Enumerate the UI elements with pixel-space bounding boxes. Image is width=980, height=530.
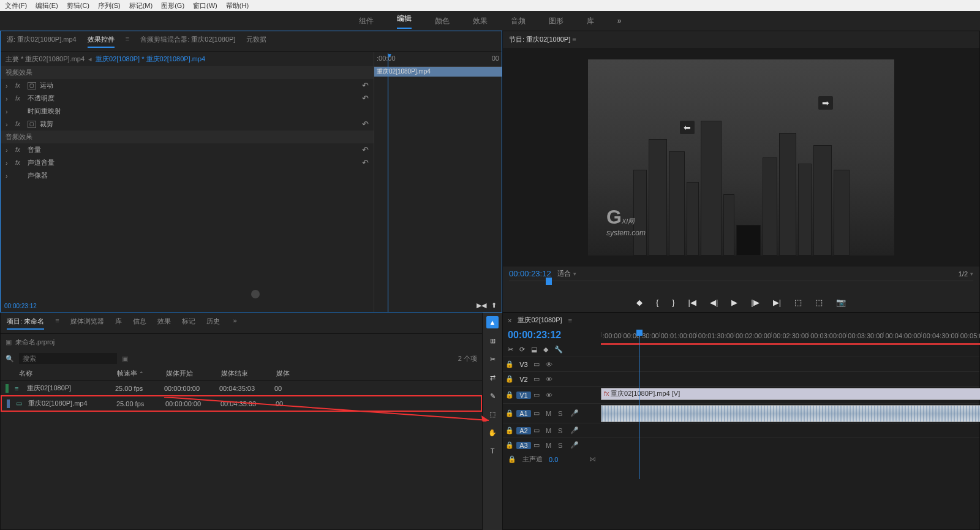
toggle-output-icon[interactable]: ▭ [533, 360, 543, 368]
wrench-icon[interactable]: 🔧 [554, 346, 563, 354]
video-clip[interactable]: fx 重庆02[1080P].mp4 [V] [601, 388, 980, 400]
ws-tab-effects[interactable]: 效果 [473, 16, 488, 26]
toggle-output-icon[interactable]: ▭ [533, 426, 543, 434]
mute-icon[interactable]: M [546, 410, 556, 417]
export-frame-icon[interactable]: 📷 [836, 298, 846, 307]
lock-icon[interactable]: 🔒 [505, 426, 514, 434]
track-v1-content[interactable]: fx 重庆02[1080P].mp4 [V] [601, 386, 979, 403]
track-label[interactable]: V1 [516, 392, 531, 399]
track-head-a3[interactable]: 🔒 A3 ▭ M S 🎤 [503, 437, 601, 452]
project-item-clip[interactable]: ▭ 重庆02[1080P].mp4 25.00 fps 00:00:00:00 … [1, 395, 482, 412]
ec-tab-effect-controls[interactable]: 效果控件 [88, 35, 115, 48]
play-icon[interactable]: ▶ [731, 298, 737, 307]
ec-row-crop[interactable]: › fx ▢ 裁剪 ↶ [1, 118, 374, 131]
mic-icon[interactable]: 🎤 [570, 441, 580, 449]
project-item-sequence[interactable]: ≡ 重庆02[1080P] 25.00 fps 00:00:00:00 00:0… [1, 381, 482, 395]
menu-help[interactable]: 帮助(H) [226, 1, 249, 10]
pp-tab-more[interactable]: » [233, 317, 237, 330]
track-label[interactable]: A1 [516, 410, 531, 417]
ripple-edit-tool[interactable]: ✂ [486, 353, 499, 365]
marker-icon[interactable]: ◆ [636, 298, 643, 307]
lock-icon[interactable]: 🔒 [505, 409, 514, 417]
extract-icon[interactable]: ⬚ [815, 298, 823, 307]
col-framerate[interactable]: 帧速率 ⌃ [117, 369, 166, 378]
lock-icon[interactable]: 🔒 [508, 455, 516, 463]
reset-icon[interactable]: ↶ [362, 145, 369, 154]
toggle-output-icon[interactable]: ▭ [533, 391, 543, 399]
col-media-start[interactable]: 媒体开始 [166, 369, 221, 378]
track-label[interactable]: A2 [516, 427, 531, 434]
tl-sequence-tab[interactable]: 重庆02[1080P] [518, 316, 562, 325]
solo-icon[interactable]: S [558, 442, 568, 449]
menu-sequence[interactable]: 序列(S) [98, 1, 121, 10]
menu-clip[interactable]: 剪辑(C) [67, 1, 89, 10]
search-input[interactable] [19, 353, 117, 364]
ec-row-time-remap[interactable]: › 时间重映射 [1, 105, 374, 118]
expand-icon[interactable]: › [6, 159, 12, 167]
track-label[interactable]: V2 [516, 376, 531, 383]
track-head-v2[interactable]: 🔒 V2 ▭ 👁 [503, 371, 601, 386]
bowtie-icon[interactable]: ⋈ [589, 455, 596, 463]
mute-icon[interactable]: M [546, 442, 556, 449]
video-preview[interactable]: ⬅ ➡ GXI网 system.com [503, 48, 979, 267]
pp-tab-info[interactable]: 信息 [133, 317, 146, 330]
expand-icon[interactable]: › [6, 121, 12, 128]
col-name[interactable]: 名称 [19, 369, 117, 378]
menu-file[interactable]: 文件(F) [5, 1, 27, 10]
ec-row-opacity[interactable]: › fx 不透明度 ↶ [1, 92, 374, 105]
mic-icon[interactable]: 🎤 [570, 426, 580, 434]
reset-icon[interactable]: ↶ [362, 119, 369, 129]
track-head-a1[interactable]: 🔒 A1 ▭ M S 🎤 [503, 403, 601, 423]
ec-tab-source[interactable]: 源: 重庆02[1080P].mp4 [7, 35, 77, 48]
mic-icon[interactable]: 🎤 [570, 409, 580, 417]
reset-icon[interactable]: ↶ [362, 94, 369, 103]
track-a1-content[interactable] [601, 403, 979, 423]
track-head-v3[interactable]: 🔒 V3 ▭ 👁 [503, 357, 601, 371]
go-to-out-icon[interactable]: ▶| [773, 298, 781, 307]
track-a2-content[interactable] [601, 423, 979, 437]
menu-window[interactable]: 窗口(W) [193, 1, 217, 10]
out-point-icon[interactable]: } [672, 298, 674, 307]
rectangle-tool[interactable]: ⬚ [486, 408, 499, 420]
toggle-output-icon[interactable]: ▭ [533, 409, 543, 417]
pp-tab-effects[interactable]: 效果 [157, 317, 171, 330]
pp-tab-history[interactable]: 历史 [206, 317, 220, 330]
pp-tab-project[interactable]: 项目: 未命名 [7, 317, 44, 330]
expand-icon[interactable]: › [6, 172, 12, 180]
eye-icon[interactable]: 👁 [546, 376, 556, 383]
ws-tab-editing[interactable]: 编辑 [397, 13, 412, 29]
lock-icon[interactable]: 🔒 [505, 391, 514, 399]
toggle-output-icon[interactable]: ▭ [533, 375, 543, 383]
ec-toggle-icon[interactable]: ▶◀ [477, 301, 486, 309]
type-tool[interactable]: T [486, 445, 499, 457]
col-media[interactable]: 媒体 [276, 369, 290, 378]
track-label[interactable]: V3 [516, 361, 531, 368]
ec-tab-metadata[interactable]: 元数据 [246, 35, 266, 48]
pen-tool[interactable]: ✎ [486, 390, 499, 402]
go-to-in-icon[interactable]: |◀ [688, 298, 696, 307]
ec-tab-audio-mixer[interactable]: 音频剪辑混合器: 重庆02[1080P] [140, 35, 235, 48]
eye-icon[interactable]: 👁 [546, 361, 556, 368]
ec-row-motion[interactable]: › fx ▢ 运动 ↶ [1, 79, 374, 92]
pp-tab-media-browser[interactable]: 媒体浏览器 [70, 317, 104, 330]
track-label[interactable]: A3 [516, 442, 531, 449]
toggle-output-icon[interactable]: ▭ [533, 441, 543, 449]
ws-tab-graphics[interactable]: 图形 [549, 16, 564, 26]
expand-icon[interactable]: › [6, 108, 12, 115]
expand-icon[interactable]: › [6, 82, 12, 89]
program-scrubber[interactable] [509, 281, 973, 293]
pp-tab-markers[interactable]: 标记 [182, 317, 195, 330]
snap-icon[interactable]: ✂ [508, 346, 513, 354]
program-tab[interactable]: 节目: 重庆02[1080P] ≡ [503, 31, 979, 48]
track-content-area[interactable]: fx 重庆02[1080P].mp4 [V] [601, 357, 979, 466]
track-select-tool[interactable]: ⊞ [486, 335, 499, 347]
ws-tab-assembly[interactable]: 组件 [359, 16, 374, 26]
ws-tab-color[interactable]: 颜色 [435, 16, 450, 26]
solo-icon[interactable]: S [558, 427, 568, 434]
linked-selection-icon[interactable]: ⟳ [519, 346, 525, 354]
selection-tool[interactable]: ▲ [486, 316, 499, 328]
reset-icon[interactable]: ↶ [362, 158, 369, 167]
ec-bc-link[interactable]: 重庆02[1080P] * 重庆02[1080P].mp4 [96, 55, 205, 64]
track-v2-content[interactable] [601, 371, 979, 386]
track-v3-content[interactable] [601, 357, 979, 371]
